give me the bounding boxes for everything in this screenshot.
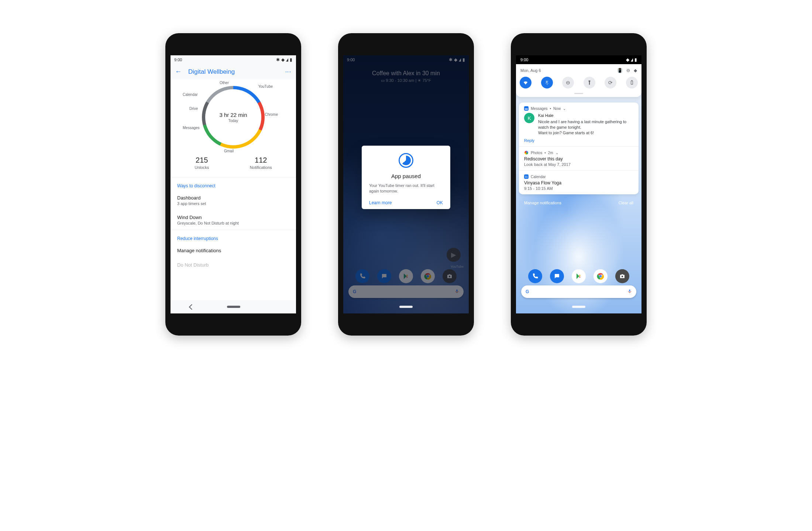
- phone-wellbeing: 9:00 ✱ ◆ ▮ ← Digital Wellbeing ⋮ 3 hr 22…: [165, 33, 301, 336]
- clear-all-button[interactable]: Clear all: [619, 201, 633, 205]
- dnd-small-icon: ⊖: [626, 68, 630, 73]
- back-arrow-icon[interactable]: ←: [175, 68, 182, 76]
- battery-icon: ▮: [634, 58, 637, 62]
- tile-bluetooth[interactable]: [541, 77, 553, 88]
- notifications-value: 112: [250, 156, 272, 164]
- android-navbar: [516, 300, 641, 313]
- messages-app-badge-icon: ▬: [524, 106, 529, 111]
- notif-app-name: Calendar: [531, 175, 546, 179]
- svg-point-8: [622, 276, 623, 278]
- timer-icon: [399, 153, 413, 168]
- wifi-small-icon: ◆: [634, 68, 637, 73]
- overflow-menu-icon[interactable]: ⋮: [285, 69, 292, 74]
- donut-label-chrome: Chrome: [265, 112, 278, 117]
- svg-point-7: [599, 275, 602, 278]
- item-dnd-title: Do Not Disturb: [177, 262, 289, 268]
- svg-rect-9: [629, 289, 630, 292]
- notification-messages[interactable]: ▬ Messages • Now ⌄ K Kai Hale Nicole and…: [519, 103, 639, 146]
- item-dashboard-sub: 3 app timers set: [177, 201, 289, 206]
- quick-settings-panel: Mon, Aug 6 📳 ⊖ ◆ ⊖ ⟳: [516, 64, 641, 97]
- shade-drag-handle[interactable]: [574, 93, 583, 94]
- stat-unlocks[interactable]: 215 Unlocks: [195, 156, 209, 170]
- tile-dnd[interactable]: ⊖: [562, 77, 574, 88]
- shade-date: Mon, Aug 6: [520, 68, 541, 73]
- android-navbar: [343, 300, 469, 313]
- app-header: ← Digital Wellbeing ⋮: [171, 64, 296, 79]
- photos-app-badge-icon: [524, 150, 529, 155]
- notif-title: Rediscover this day: [524, 156, 633, 162]
- avatar: K: [524, 113, 534, 123]
- chevron-down-icon[interactable]: ⌄: [555, 151, 558, 155]
- tile-flashlight[interactable]: [584, 77, 595, 88]
- chevron-down-icon[interactable]: ⌄: [563, 107, 566, 111]
- status-bar: 9:00 ◆ ▮: [516, 55, 641, 64]
- nav-home-pill[interactable]: [572, 306, 585, 308]
- unlocks-value: 215: [195, 156, 209, 164]
- shade-actions: Manage notifications Clear all: [519, 198, 639, 207]
- item-dnd[interactable]: Do Not Disturb: [171, 258, 296, 272]
- reply-button[interactable]: Reply: [524, 138, 633, 143]
- donut-label-drive: Drive: [189, 107, 198, 111]
- phone-notification-shade: G 9:00 ◆ ▮ Mon, Aug 6 📳 ⊖ ◆: [511, 33, 647, 336]
- mic-icon[interactable]: [627, 288, 632, 295]
- ok-button[interactable]: OK: [437, 200, 443, 205]
- google-logo-icon: G: [526, 289, 529, 294]
- tile-battery-saver[interactable]: [626, 77, 638, 88]
- item-winddown[interactable]: Wind Down Greyscale, Do Not Disturb at n…: [171, 210, 296, 230]
- donut-sublabel: Today: [228, 119, 238, 123]
- item-winddown-sub: Greyscale, Do Not Disturb at night: [177, 221, 289, 225]
- message-line-2: Want to join? Game starts at 6!: [538, 130, 633, 136]
- notification-list: ▬ Messages • Now ⌄ K Kai Hale Nicole and…: [519, 103, 639, 194]
- learn-more-button[interactable]: Learn more: [369, 200, 392, 205]
- play-store-icon[interactable]: [572, 269, 586, 283]
- status-time: 9:00: [174, 58, 182, 62]
- notification-photos[interactable]: Photos • 2m ⌄ Rediscover this day Look b…: [519, 146, 639, 170]
- manage-notifications-button[interactable]: Manage notifications: [524, 201, 561, 205]
- message-line-1: Nicole and I are having a last minute ga…: [538, 119, 633, 130]
- donut-label-calendar: Calendar: [183, 93, 198, 97]
- signal-icon: [631, 58, 633, 62]
- dialog-body: Your YouTube timer ran out. It'll start …: [369, 183, 443, 194]
- app-paused-dialog: App paused Your YouTube timer ran out. I…: [362, 146, 450, 209]
- status-bar: 9:00 ✱ ◆ ▮: [171, 55, 296, 64]
- item-manage-title: Manage notifications: [177, 248, 289, 253]
- notif-app-name: Photos: [531, 151, 542, 155]
- dialog-title: App paused: [369, 173, 443, 179]
- status-time: 9:00: [520, 58, 528, 62]
- wifi-icon: ◆: [626, 58, 629, 62]
- item-winddown-title: Wind Down: [177, 215, 289, 220]
- nav-back-icon[interactable]: [189, 304, 195, 310]
- tile-wifi[interactable]: [520, 77, 531, 88]
- messages-app-icon[interactable]: [550, 269, 564, 283]
- tile-rotate[interactable]: ⟳: [605, 77, 616, 88]
- shade-sys-icons: 📳 ⊖ ◆: [617, 68, 637, 73]
- wifi-icon: ◆: [281, 58, 285, 62]
- dock: [516, 269, 641, 283]
- camera-app-icon[interactable]: [615, 269, 629, 283]
- donut-label-messages: Messages: [183, 126, 200, 130]
- item-dashboard-title: Dashboard: [177, 195, 289, 201]
- notif-subtitle: Look back at May 7, 2017: [524, 162, 633, 167]
- chrome-app-icon[interactable]: [593, 269, 608, 283]
- item-manage-notifications[interactable]: Manage notifications: [171, 243, 296, 258]
- stat-notifications[interactable]: 112 Notifications: [250, 156, 272, 170]
- usage-card: 3 hr 22 min Today YouTube Chrome Gmail M…: [171, 79, 296, 177]
- nav-home-pill[interactable]: [227, 306, 240, 308]
- donut-label-gmail: Gmail: [224, 149, 234, 153]
- page-title: Digital Wellbeing: [188, 68, 235, 76]
- notif-subtitle: 9:15 - 10:15 AM: [524, 186, 633, 191]
- section-ways-header: Ways to disconnect: [171, 177, 296, 191]
- nav-home-pill[interactable]: [399, 306, 413, 308]
- svg-rect-11: [631, 81, 633, 84]
- notification-calendar[interactable]: 31 Calendar Vinyasa Flow Yoga 9:15 - 10:…: [519, 170, 639, 194]
- notifications-label: Notifications: [250, 165, 272, 170]
- phone-app-icon[interactable]: [528, 269, 542, 283]
- item-dashboard[interactable]: Dashboard 3 app timers set: [171, 191, 296, 210]
- notif-time: 2m: [548, 151, 553, 155]
- quick-settings-tiles: ⊖ ⟳: [516, 75, 641, 93]
- donut-label-other: Other: [220, 81, 229, 85]
- battery-icon: ▮: [290, 58, 292, 62]
- search-bar[interactable]: G: [521, 285, 636, 298]
- phone-app-paused: 9:00 ✱ ◆ ▮ Coffee with Alex in 30 min ▭ …: [338, 33, 474, 336]
- status-icons: ✱ ◆ ▮: [276, 58, 292, 62]
